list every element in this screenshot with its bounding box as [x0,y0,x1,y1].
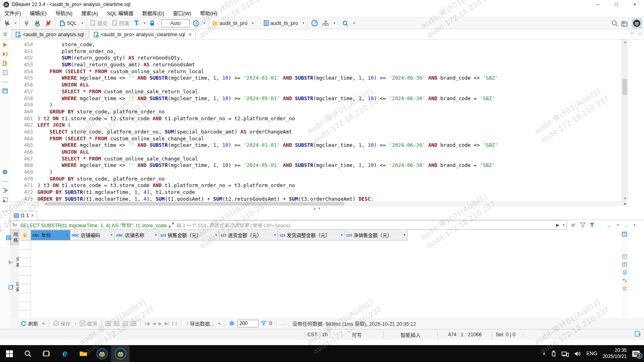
column-filter-arrow[interactable]: ▼ [403,233,406,237]
filter-input[interactable]: SELECT SUBSTR(t1.mgclearTime, 1, 4) AS "… [10,220,567,230]
save-dropdown[interactable]: ▼ [74,322,77,325]
volume-icon[interactable] [574,351,581,357]
explain-plan-icon[interactable] [1,59,9,67]
delete-row-icon[interactable] [131,321,136,326]
notification-center-icon[interactable]: 1 [632,350,640,357]
column-filter-arrow[interactable]: ▼ [215,233,218,237]
first-row-icon[interactable]: |◀ [145,321,149,326]
results-tab[interactable]: t1 1 × [10,211,37,220]
menu-item-6[interactable]: 数据库(D) [138,9,169,17]
save-filter-icon[interactable] [589,222,595,228]
expand-filter-icon[interactable] [169,222,174,228]
tab-analysis-sql[interactable]: <audit_bi_pro> analysis.sql [11,29,89,39]
output-console-icon[interactable] [1,87,9,95]
commit-mode-combo[interactable]: Auto [161,19,190,27]
transaction-mode-icon[interactable] [132,19,140,27]
menu-item-3[interactable]: 导航(N) [51,9,77,17]
lock-icon[interactable] [148,19,156,27]
transaction-log-dropdown[interactable]: ▼ [203,22,206,25]
empty-row[interactable] [19,249,31,258]
column-header-4[interactable]: 123销售金额（元）▼ [159,230,219,241]
calc-panel-icon[interactable] [622,262,627,267]
add-row-icon[interactable] [114,321,120,326]
back-icon[interactable]: ← [607,222,612,228]
export-data-button[interactable]: ↑ 导出数据... [186,320,214,327]
result-grid[interactable]: ABC年份▼ABC店铺编码▼ABC店铺名称▼123销售金额（元）▼123退货金额… [19,230,621,318]
refresh-dropdown[interactable]: ▼ [42,322,45,325]
edit-row-icon[interactable] [105,321,111,326]
plan-dropdown[interactable]: ▼ [333,22,336,25]
editor-vertical-scrollbar[interactable]: ▲ ▼ [621,39,628,201]
menu-item-1[interactable]: 文件(F) [0,9,25,17]
script-file-icon[interactable] [1,68,9,76]
restore-panel-icon[interactable]: ⧉ [0,29,10,39]
sql-file-error-icon[interactable] [1,195,9,204]
dbeaver-taskbar-icon-1[interactable] [93,345,111,362]
menu-item-8[interactable]: 帮助(H) [196,9,221,17]
export-dropdown[interactable]: ▼ [218,322,221,325]
refresh-button[interactable]: 刷新 [21,320,38,327]
empty-row[interactable] [19,276,31,284]
connection-dropdown[interactable]: ▼ [252,22,254,25]
prev-row-icon[interactable]: ◀ [152,321,155,326]
dbeaver-taskbar-icon-2[interactable] [111,345,130,362]
menu-item-7[interactable]: 窗口(W) [169,9,196,17]
search-icon[interactable] [341,19,350,27]
settings-gear-icon[interactable] [1,168,9,176]
execute-statement-icon[interactable] [1,41,9,49]
edge-icon[interactable]: e [56,345,74,362]
save-button[interactable]: 保存 [53,320,70,327]
execute-script-icon[interactable] [1,50,9,58]
quick-search-icon[interactable] [611,20,618,27]
cancel-button[interactable]: 取消 [80,320,97,327]
empty-row[interactable] [19,258,31,267]
column-header-1[interactable]: ABC年份▼ [31,230,70,241]
commit-button[interactable]: 提交 [89,19,109,28]
panels-toggle-icon[interactable] [622,232,627,237]
next-row-icon[interactable]: ▶ [159,321,162,326]
taskbar-search-icon[interactable] [19,345,37,362]
reconnect-icon[interactable] [33,19,42,27]
minimize-editor-icon[interactable]: ─ [630,31,634,35]
minimize-button[interactable]: ─ [588,0,607,9]
language-indicator[interactable]: ENG [586,351,597,356]
empty-row[interactable] [19,284,31,293]
sql-editor-button[interactable]: SQL [58,19,78,27]
column-filter-arrow[interactable]: ▼ [340,233,343,237]
execution-plan-icon[interactable] [321,19,330,27]
column-filter-arrow[interactable]: ▼ [110,233,113,237]
empty-row[interactable] [19,302,31,311]
menu-item-2[interactable]: 编辑(E) [25,9,51,17]
hscroll-thumb[interactable] [46,202,344,206]
notifications-panel-icon[interactable] [635,331,641,337]
column-header-2[interactable]: ABC店铺编码▼ [70,230,115,241]
column-header-3[interactable]: ABC店铺名称▼ [115,230,159,241]
last-row-icon[interactable]: ▶| [165,321,169,326]
metadata-panel-icon[interactable] [622,270,627,275]
column-header-5[interactable]: 123退货金额（元）▼ [219,230,278,241]
tab-analysis-cleartime-sql[interactable]: <audit_bi_pro> analysis_cleartime.sql × [89,29,196,39]
references-panel-icon[interactable] [622,278,627,283]
rollback-button[interactable]: 回滚 [111,19,130,28]
transaction-log-icon[interactable] [192,19,200,27]
view-tab-grid[interactable]: 网格 [10,230,19,245]
fetch-size-input[interactable] [237,320,258,327]
close-button[interactable]: × [625,0,644,9]
connection-selector[interactable]: audit_bi_pro [211,19,249,27]
maximize-editor-icon[interactable]: □ [639,31,642,35]
usb-icon[interactable] [551,350,556,357]
duplicate-row-icon[interactable] [122,321,128,326]
menu-item-5[interactable]: SQL 编辑器 [103,9,138,17]
apply-filter-icon[interactable]: ▶ [556,222,559,228]
network-icon[interactable] [561,351,569,357]
task-view-icon[interactable] [37,345,56,362]
search-dropdown[interactable]: ▼ [353,22,355,25]
maximize-button[interactable]: □ [607,0,625,9]
file-explorer-icon[interactable] [74,345,93,362]
column-header-7[interactable]: 123净销售金额（元）▼ [345,230,408,241]
start-button[interactable] [0,345,19,362]
column-filter-arrow[interactable]: ▼ [273,233,277,237]
export-log-icon[interactable] [1,186,9,194]
taskbar-clock[interactable]: 20:352025/10/21 [603,348,627,360]
forward-icon[interactable]: → [623,222,629,228]
